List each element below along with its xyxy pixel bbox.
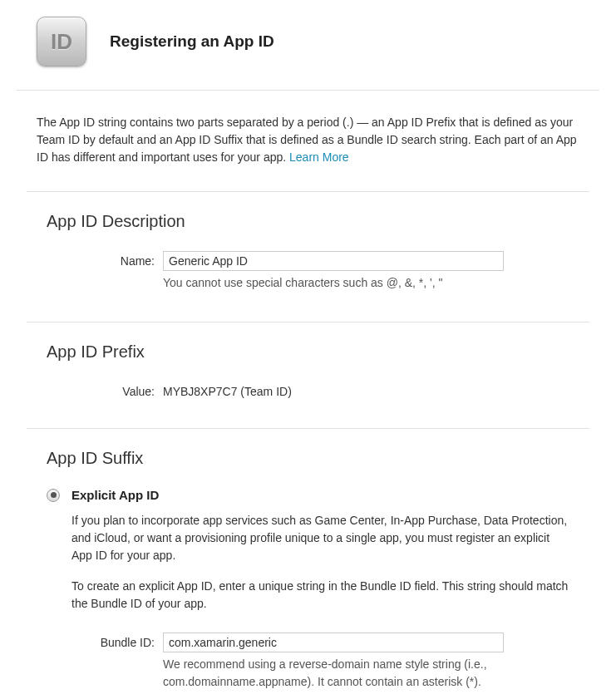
bundle-id-label: Bundle ID: <box>47 633 163 649</box>
learn-more-link[interactable]: Learn More <box>289 150 349 164</box>
bundle-id-hint: We recommend using a reverse-domain name… <box>163 656 569 691</box>
app-id-suffix-section: App ID Suffix Explicit App ID If you pla… <box>27 428 589 699</box>
radio-button-icon <box>47 489 60 502</box>
radio-selected-dot <box>51 492 57 498</box>
page-header: ID Registering an App ID <box>17 0 599 91</box>
name-row: Name: You cannot use special characters … <box>47 251 569 292</box>
section-heading-prefix: App ID Prefix <box>47 342 569 362</box>
name-input[interactable] <box>163 251 504 271</box>
explicit-desc-2: To create an explicit App ID, enter a un… <box>71 578 569 613</box>
intro-text: The App ID string contains two parts sep… <box>17 114 599 166</box>
prefix-value-text: MYBJ8XP7C7 (Team ID) <box>163 381 569 398</box>
app-id-icon: ID <box>37 17 86 66</box>
explicit-app-id-radio-row[interactable]: Explicit App ID <box>47 488 569 502</box>
app-id-prefix-section: App ID Prefix Value: MYBJ8XP7C7 (Team ID… <box>27 322 589 428</box>
prefix-value-row: Value: MYBJ8XP7C7 (Team ID) <box>47 381 569 398</box>
name-label: Name: <box>47 251 163 268</box>
section-heading-description: App ID Description <box>47 212 569 231</box>
bundle-id-input[interactable] <box>163 633 504 652</box>
app-id-description-section: App ID Description Name: You cannot use … <box>27 191 589 322</box>
explicit-app-id-label: Explicit App ID <box>71 488 159 502</box>
prefix-value-label: Value: <box>47 381 163 398</box>
name-hint: You cannot use special characters such a… <box>163 274 569 292</box>
section-heading-suffix: App ID Suffix <box>47 449 569 468</box>
page-title: Registering an App ID <box>110 32 274 51</box>
explicit-desc-1: If you plan to incorporate app services … <box>71 512 569 564</box>
bundle-id-row: Bundle ID: We recommend using a reverse-… <box>47 633 569 691</box>
app-id-icon-text: ID <box>51 29 72 55</box>
